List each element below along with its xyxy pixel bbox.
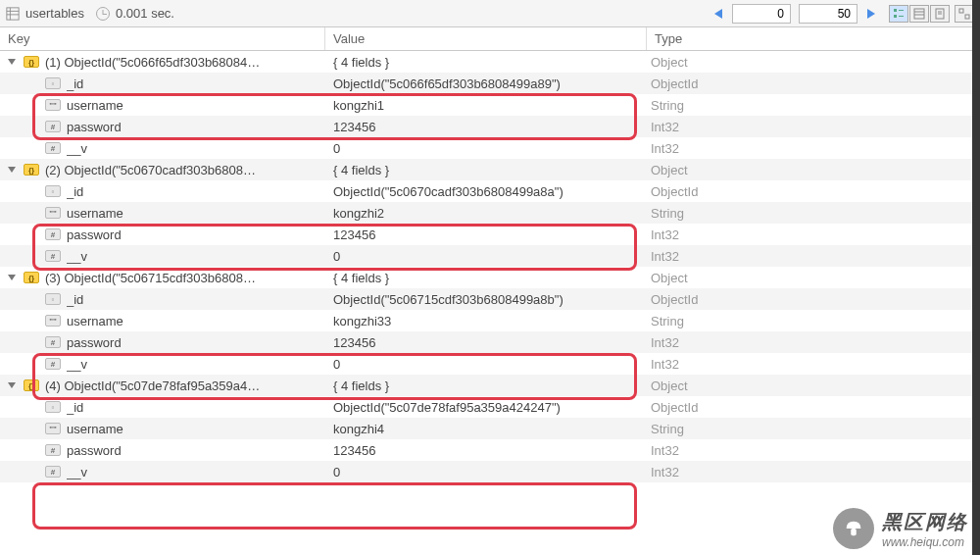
expand-toggle[interactable] <box>6 164 18 176</box>
prev-page-button[interactable] <box>709 4 728 24</box>
table-row[interactable]: ▫_idObjectId("5c07de78faf95a359a424247")… <box>0 396 980 418</box>
header-type[interactable]: Type <box>647 27 980 50</box>
key-text: password <box>67 120 122 134</box>
cell-type: Int32 <box>647 335 980 350</box>
type-badge-icon: # <box>45 358 61 370</box>
cell-value: 0 <box>325 141 647 156</box>
table-row[interactable]: ▫_idObjectId("5c066f65df303b6808499a89")… <box>0 73 980 94</box>
table-row[interactable]: #__v0Int32 <box>0 137 980 159</box>
view-mode-group <box>889 5 974 23</box>
key-text: (3) ObjectId("5c06715cdf303b6808… <box>45 271 256 285</box>
cell-type: Int32 <box>647 249 980 264</box>
type-badge-icon: {} <box>24 56 39 68</box>
key-text: (1) ObjectId("5c066f65df303b68084… <box>45 55 260 70</box>
header-value[interactable]: Value <box>325 27 647 50</box>
type-badge-icon: # <box>45 228 61 240</box>
svg-rect-14 <box>959 9 963 13</box>
header-key[interactable]: Key <box>0 27 325 50</box>
type-badge-icon: # <box>45 142 61 154</box>
right-border <box>972 0 980 555</box>
clock-icon <box>96 7 110 21</box>
limit-input[interactable] <box>799 4 858 24</box>
svg-rect-15 <box>965 15 969 19</box>
table-row[interactable]: {}(4) ObjectId("5c07de78faf95a359a4…{ 4 … <box>0 375 980 396</box>
key-text: username <box>67 422 123 436</box>
expand-toggle[interactable] <box>6 56 18 68</box>
watermark-url: www.heiqu.com <box>882 535 968 549</box>
tree-view-button[interactable] <box>889 5 908 23</box>
key-text: username <box>67 314 123 328</box>
svg-rect-5 <box>899 10 904 11</box>
cell-type: String <box>647 98 980 113</box>
svg-rect-16 <box>851 529 857 535</box>
cell-value: kongzhi33 <box>325 314 647 328</box>
table-row[interactable]: ▫_idObjectId("5c06715cdf303b6808499a8b")… <box>0 288 980 310</box>
expand-toggle[interactable] <box>6 272 18 283</box>
cell-value: ObjectId("5c0670cadf303b6808499a8a") <box>325 184 647 199</box>
type-badge-icon: # <box>45 466 61 478</box>
svg-rect-8 <box>914 9 924 19</box>
cell-type: Int32 <box>647 120 980 134</box>
cell-type: ObjectId <box>647 292 980 307</box>
watermark: 黑区网络 www.heiqu.com <box>833 508 968 549</box>
key-text: __v <box>67 249 87 264</box>
table-row[interactable]: {}(3) ObjectId("5c06715cdf303b6808…{ 4 f… <box>0 267 980 288</box>
table-row[interactable]: {}(2) ObjectId("5c0670cadf303b6808…{ 4 f… <box>0 159 980 180</box>
type-badge-icon: ▫ <box>45 185 61 197</box>
svg-rect-0 <box>7 7 19 19</box>
table-row[interactable]: #password123456Int32 <box>0 331 980 353</box>
table-row[interactable]: ▫_idObjectId("5c0670cadf303b6808499a8a")… <box>0 180 980 202</box>
cell-value: { 4 fields } <box>325 271 647 285</box>
type-badge-icon: # <box>45 250 61 262</box>
table-row[interactable]: #password123456Int32 <box>0 116 980 137</box>
cell-type: ObjectId <box>647 400 980 415</box>
column-headers: Key Value Type <box>0 27 980 51</box>
key-text: _id <box>67 400 83 415</box>
cell-value: kongzhi1 <box>325 98 647 113</box>
key-text: _id <box>67 292 83 307</box>
cell-type: ObjectId <box>647 76 980 91</box>
expand-toggle[interactable] <box>6 379 18 391</box>
key-text: (4) ObjectId("5c07de78faf95a359a4… <box>45 378 260 393</box>
text-view-button[interactable] <box>930 5 950 23</box>
cell-type: String <box>647 314 980 328</box>
offset-input[interactable] <box>732 4 791 24</box>
next-page-button[interactable] <box>861 4 881 24</box>
cell-type: ObjectId <box>647 184 980 199</box>
type-badge-icon: {} <box>24 272 39 283</box>
type-badge-icon: "" <box>45 315 61 327</box>
table-row[interactable]: #__v0Int32 <box>0 353 980 375</box>
table-row[interactable]: #__v0Int32 <box>0 245 980 267</box>
key-text: _id <box>67 76 83 91</box>
cell-value: 123456 <box>325 120 647 134</box>
table-icon <box>6 7 20 21</box>
table-view-button[interactable] <box>909 5 929 23</box>
table-row[interactable]: {}(1) ObjectId("5c066f65df303b68084…{ 4 … <box>0 51 980 73</box>
key-text: password <box>67 227 122 242</box>
cell-type: Object <box>647 55 980 70</box>
type-badge-icon: # <box>45 444 61 456</box>
cell-value: { 4 fields } <box>325 378 647 393</box>
table-row[interactable]: #__v0Int32 <box>0 461 980 482</box>
cell-value: 0 <box>325 357 647 372</box>
key-text: _id <box>67 184 83 199</box>
type-badge-icon: {} <box>24 164 39 176</box>
data-rows: {}(1) ObjectId("5c066f65df303b68084…{ 4 … <box>0 51 980 482</box>
fullscreen-button[interactable] <box>955 5 974 23</box>
table-row[interactable]: ""usernamekongzhi33String <box>0 310 980 331</box>
table-row[interactable]: #password123456Int32 <box>0 439 980 461</box>
cell-type: Int32 <box>647 141 980 156</box>
table-row[interactable]: ""usernamekongzhi4String <box>0 418 980 439</box>
svg-rect-4 <box>894 9 897 12</box>
cell-type: Object <box>647 271 980 285</box>
table-row[interactable]: ""usernamekongzhi1String <box>0 94 980 116</box>
cell-value: 0 <box>325 465 647 479</box>
cell-type: String <box>647 206 980 221</box>
type-badge-icon: "" <box>45 423 61 434</box>
table-row[interactable]: #password123456Int32 <box>0 224 980 245</box>
collection-name: usertables <box>25 6 84 21</box>
cell-value: kongzhi4 <box>325 422 647 436</box>
svg-rect-7 <box>899 16 904 17</box>
table-row[interactable]: ""usernamekongzhi2String <box>0 202 980 224</box>
type-badge-icon: ▫ <box>45 401 61 413</box>
